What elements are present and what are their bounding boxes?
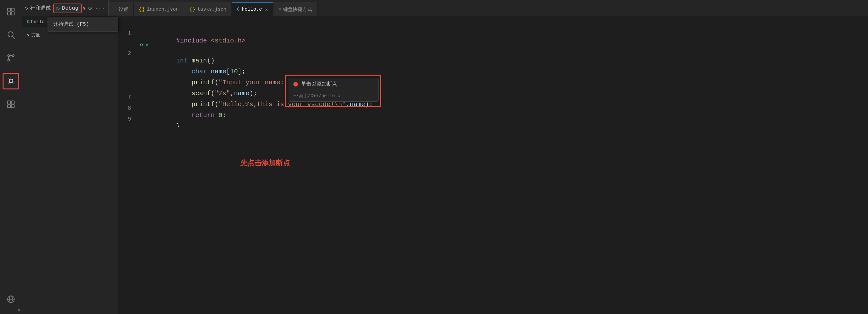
svg-rect-12 [11, 101, 14, 104]
code-lens-icon: ⚙ ∨ [140, 42, 148, 48]
svg-rect-1 [11, 8, 14, 11]
return-keyword: return [191, 112, 219, 119]
tab-settings[interactable]: ≡ 设置 [108, 2, 134, 17]
debug-dropdown-menu: 开始调试 (F5) [48, 17, 118, 32]
debug-section: 运行和调试 ▷ Debug ∨ ⚙ ··· 开始调试 (F5) [22, 0, 108, 17]
activity-bar: ▷ [0, 0, 22, 314]
launch-json-icon: {} [139, 7, 145, 12]
code-line-3: char name[10]; [118, 60, 868, 72]
svg-rect-14 [11, 105, 14, 108]
code-lines: 1 #include <stdio.h> ⚙ ∨ 2 int main() [118, 27, 868, 126]
breakpoint-gutter-line3 [125, 63, 130, 69]
tab-tasks-label: tasks.json [197, 7, 226, 12]
breakpoint-tooltip: 单击以添加断点 ~/桌面/C++/hello.c [288, 78, 378, 102]
svg-point-6 [8, 55, 10, 57]
breadcrumb-file[interactable]: hello.c [31, 19, 50, 24]
svg-rect-13 [8, 105, 10, 108]
bp-tooltip-row2: ~/桌面/C++/hello.c [289, 90, 378, 101]
hello-c-icon: C [237, 7, 240, 12]
line-content-1: #include <stdio.h> [137, 30, 246, 52]
closing-brace: } [176, 122, 180, 130]
line-num-1: 1 [118, 30, 137, 37]
tabs-container: ≡ 设置 {} launch.json {} tasks.json C hell… [108, 0, 868, 17]
debug-button-label: Debug [62, 5, 79, 11]
variables-chevron-icon: ∨ [27, 33, 29, 38]
printf-var: name [350, 101, 365, 108]
name-var: name [211, 68, 226, 75]
annotation-text: 先点击添加断点 [240, 158, 290, 168]
activity-item-remote[interactable] [3, 291, 19, 308]
include-keyword: #include [176, 37, 211, 45]
line-num-8: 8 [118, 105, 137, 111]
svg-point-4 [8, 32, 13, 37]
line-num-7: 7 [118, 94, 137, 101]
svg-rect-2 [8, 12, 10, 15]
start-debug-item[interactable]: 开始调试 (F5) [48, 18, 118, 30]
svg-line-5 [12, 36, 14, 38]
tasks-json-icon: {} [189, 7, 195, 12]
bp-filename: ~/桌面/C++/hello.c [293, 93, 340, 99]
bp-dot-icon [293, 82, 298, 87]
breadcrumb-icon: C [27, 19, 30, 24]
debug-sidebar: ∨ 变量 [22, 27, 118, 314]
line-content-9: } [137, 115, 180, 137]
svg-point-10 [9, 80, 12, 82]
line-num-2: 2 [118, 50, 137, 57]
debug-more-icon[interactable]: ··· [94, 5, 105, 11]
debug-play-icon: ▷ [57, 5, 60, 12]
code-line-9: 9 } [118, 115, 868, 126]
activity-item-explorer[interactable] [3, 3, 19, 20]
tab-bar: 运行和调试 ▷ Debug ∨ ⚙ ··· 开始调试 (F5) ≡ 设置 {} … [22, 0, 868, 17]
activity-item-extensions[interactable] [3, 96, 19, 113]
array-size: 10 [230, 68, 238, 75]
svg-point-8 [8, 59, 10, 61]
tab-launch-label: launch.json [147, 7, 179, 12]
bp-tooltip-row1: 单击以添加断点 [289, 78, 378, 90]
kbd-icon: ⌨ [279, 7, 281, 12]
tab-hello-c[interactable]: C hello.c ✕ [232, 2, 273, 17]
tab-keyboard-shortcuts[interactable]: ⌨ 键盘快捷方式 [274, 2, 317, 17]
code-line-1: 1 #include <stdio.h> [118, 30, 868, 40]
bracket-close: ]; [238, 68, 246, 75]
indent-3 [176, 68, 191, 75]
breadcrumb: C hello.c > ⬡ main() [22, 17, 868, 27]
activity-item-debug[interactable]: ▷ [3, 73, 19, 89]
editor-area: ∨ 变量 1 #include <stdio.h> ⚙ ∨ 2 int main… [22, 27, 868, 314]
tab-close-icon[interactable]: ✕ [265, 7, 268, 12]
return-val: 0 [219, 112, 222, 119]
code-line-7: 7 printf("Hello,%s,this is your vscode!\… [118, 93, 868, 104]
tab-hello-label: hello.c [242, 7, 262, 12]
kbd-label: 键盘快捷方式 [283, 6, 312, 12]
code-line-5: scanf("%s",name); [118, 82, 868, 93]
tab-tasks-json[interactable]: {} tasks.json [184, 2, 232, 17]
printf-str-2: "Hello,%s,this is your vscode!\n" [219, 101, 346, 108]
settings-icon: ≡ [114, 7, 117, 12]
tab-settings-label: 设置 [119, 6, 128, 12]
svg-rect-3 [11, 12, 14, 15]
bp-tooltip-text: 单击以添加断点 [301, 81, 337, 87]
debug-section-label: 运行和调试 [25, 5, 51, 11]
debug-gear-icon[interactable]: ⚙ [88, 4, 92, 12]
code-editor[interactable]: 1 #include <stdio.h> ⚙ ∨ 2 int main() [118, 27, 868, 314]
line-content-3: char name[10]; [137, 60, 246, 83]
bracket-open: [ [226, 68, 230, 75]
debug-start-button[interactable]: ▷ Debug [53, 3, 82, 13]
activity-item-git[interactable] [3, 50, 19, 66]
include-header: <stdio.h> [211, 37, 246, 45]
char-keyword: char [191, 68, 211, 75]
variables-label: 变量 [31, 32, 40, 38]
svg-rect-0 [8, 8, 10, 11]
svg-rect-11 [8, 101, 10, 104]
tab-launch-json[interactable]: {} launch.json [134, 2, 184, 17]
activity-item-search[interactable] [3, 26, 19, 43]
line-num-9: 9 [118, 116, 137, 122]
debug-dropdown-arrow[interactable]: ∨ [83, 5, 86, 11]
